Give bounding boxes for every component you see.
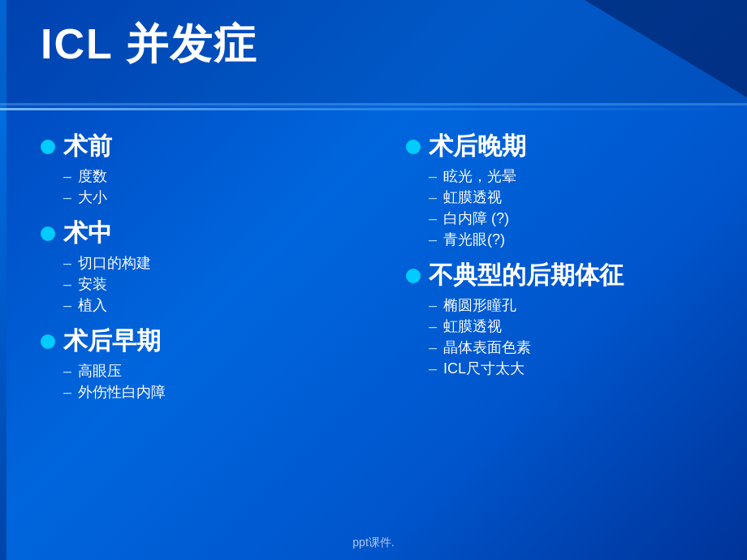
- sub-dash-icon: –: [63, 297, 71, 314]
- sub-items: –眩光，光晕–虹膜透视–白内障 (?)–青光眼(?): [429, 166, 723, 249]
- sub-dash-icon: –: [429, 339, 437, 356]
- bullet-main: 术后晚期: [406, 130, 723, 163]
- sub-item-text: 安装: [78, 274, 107, 294]
- sub-item-text: 椭圆形瞳孔: [443, 295, 516, 315]
- sub-item-text: 度数: [78, 166, 107, 186]
- bullet-main-text: 术后早期: [63, 325, 161, 358]
- sub-dash-icon: –: [63, 255, 71, 272]
- bullet-dot: [406, 140, 421, 154]
- sub-item: –大小: [63, 187, 357, 207]
- sub-item: –植入: [63, 295, 357, 315]
- sub-items: –椭圆形瞳孔–虹膜透视–晶体表面色素–ICL尺寸太大: [429, 295, 723, 378]
- sub-item-text: 外伤性白内障: [78, 382, 166, 402]
- bullet-dot: [406, 269, 421, 283]
- sub-item: –白内障 (?): [429, 209, 723, 228]
- bullet-main: 术前: [41, 130, 357, 163]
- sub-item-text: 植入: [78, 295, 107, 315]
- sub-items: –高眼压–外伤性白内障: [63, 361, 357, 402]
- content-area: 术前–度数–大小术中–切口的构建–安装–植入术后早期–高眼压–外伤性白内障 术后…: [0, 118, 747, 519]
- sub-item-text: ICL尺寸太大: [443, 359, 525, 378]
- sub-item: –ICL尺寸太大: [429, 359, 723, 378]
- sub-item: –高眼压: [63, 361, 357, 381]
- sub-items: –切口的构建–安装–植入: [63, 253, 357, 315]
- sub-item: –度数: [63, 166, 357, 186]
- sub-item: –椭圆形瞳孔: [429, 295, 723, 315]
- bullet-item: 术后晚期–眩光，光晕–虹膜透视–白内障 (?)–青光眼(?): [406, 130, 723, 249]
- sub-item: –外伤性白内障: [63, 382, 357, 402]
- sub-item-text: 高眼压: [78, 361, 122, 381]
- bullet-main: 术中: [41, 217, 357, 250]
- bullet-item: 不典型的后期体征–椭圆形瞳孔–虹膜透视–晶体表面色素–ICL尺寸太大: [406, 259, 723, 378]
- sub-item-text: 白内障 (?): [443, 209, 509, 228]
- sub-item-text: 虹膜透视: [443, 317, 502, 336]
- left-column: 术前–度数–大小术中–切口的构建–安装–植入术后早期–高眼压–外伤性白内障: [0, 118, 382, 519]
- bullet-main: 术后早期: [41, 325, 357, 358]
- sub-item: –安装: [63, 274, 357, 294]
- title-divider: [0, 108, 747, 110]
- sub-dash-icon: –: [63, 363, 71, 380]
- bullet-main: 不典型的后期体征: [406, 259, 723, 292]
- bullet-item: 术前–度数–大小: [41, 130, 357, 207]
- sub-item-text: 青光眼(?): [443, 230, 505, 249]
- bullet-main-text: 术中: [63, 217, 112, 250]
- sub-item: –青光眼(?): [429, 230, 723, 249]
- sub-dash-icon: –: [429, 231, 437, 248]
- sub-item-text: 大小: [78, 187, 107, 207]
- sub-item: –切口的构建: [63, 253, 357, 273]
- sub-item-text: 切口的构建: [78, 253, 151, 273]
- sub-dash-icon: –: [63, 189, 71, 206]
- sub-item: –晶体表面色素: [429, 338, 723, 357]
- bullet-item: 术后早期–高眼压–外伤性白内障: [41, 325, 357, 402]
- sub-dash-icon: –: [429, 360, 437, 377]
- bullet-item: 术中–切口的构建–安装–植入: [41, 217, 357, 315]
- bullet-main-text: 术后晚期: [429, 130, 526, 163]
- right-column: 术后晚期–眩光，光晕–虹膜透视–白内障 (?)–青光眼(?)不典型的后期体征–椭…: [382, 118, 747, 519]
- sub-dash-icon: –: [429, 210, 437, 227]
- slide: ICL 并发症 术前–度数–大小术中–切口的构建–安装–植入术后早期–高眼压–外…: [0, 0, 747, 560]
- bullet-dot: [41, 140, 55, 154]
- bullet-main-text: 术前: [63, 130, 112, 163]
- bullet-dot: [41, 334, 55, 349]
- sub-item-text: 眩光，光晕: [443, 166, 516, 186]
- sub-dash-icon: –: [429, 318, 437, 335]
- slide-title: ICL 并发症: [41, 16, 257, 73]
- sub-item: –眩光，光晕: [429, 166, 723, 186]
- bullet-dot: [41, 226, 55, 241]
- sub-item: –虹膜透视: [429, 317, 723, 336]
- footer-text: ppt课件.: [0, 536, 747, 550]
- sub-item-text: 虹膜透视: [443, 187, 502, 207]
- sub-dash-icon: –: [429, 297, 437, 314]
- sub-dash-icon: –: [63, 384, 71, 401]
- sub-dash-icon: –: [429, 189, 437, 206]
- bullet-main-text: 不典型的后期体征: [429, 259, 624, 292]
- sub-dash-icon: –: [429, 168, 437, 185]
- sub-dash-icon: –: [63, 168, 71, 185]
- sub-dash-icon: –: [63, 276, 71, 293]
- sub-items: –度数–大小: [63, 166, 357, 207]
- sub-item-text: 晶体表面色素: [443, 338, 531, 357]
- sub-item: –虹膜透视: [429, 187, 723, 207]
